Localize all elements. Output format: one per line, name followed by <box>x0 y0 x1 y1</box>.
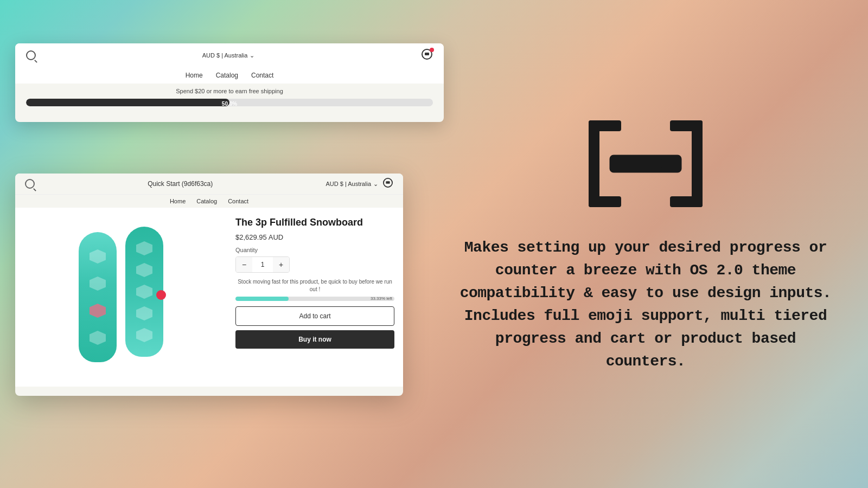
store-header-top: AUD $ | Australia ⌄ <box>15 43 444 67</box>
stock-progress-fill <box>235 297 289 301</box>
stock-progress-track: 33.33% left <box>235 297 394 301</box>
stock-notice: Stock moving fast for this product, be q… <box>235 278 394 293</box>
product-image-area <box>15 208 227 387</box>
nav-home-top[interactable]: Home <box>186 72 203 79</box>
progress-container-top: 50.0% <box>15 97 444 113</box>
main-screenshot: Quick Start (9d6f63ca) AUD $ | Australia… <box>15 174 403 396</box>
quantity-value: 1 <box>252 261 273 268</box>
hex-3 <box>90 331 106 345</box>
hex-1 <box>90 249 106 264</box>
quantity-label: Quantity <box>235 247 394 253</box>
progress-label-top: 50.0% <box>222 101 237 107</box>
stock-progress-label: 33.33% left <box>371 297 392 301</box>
svg-rect-3 <box>386 181 390 184</box>
hex-pink <box>90 304 106 318</box>
bracket-progress-icon <box>583 115 708 215</box>
svg-rect-7 <box>692 120 703 207</box>
hex-4 <box>136 241 152 255</box>
product-info: The 3p Fulfilled Snowboard $2,629.95 AUD… <box>227 208 403 387</box>
nav-catalog-top[interactable]: Catalog <box>216 72 238 79</box>
red-dot-badge <box>156 290 166 300</box>
progress-fill-top <box>26 99 229 106</box>
quantity-increase-button[interactable]: + <box>273 257 289 272</box>
top-screenshot: AUD $ | Australia ⌄ Home Catalog Contact… <box>15 43 444 122</box>
nav-contact-top[interactable]: Contact <box>251 72 273 79</box>
svg-rect-11 <box>613 158 662 169</box>
svg-rect-8 <box>670 120 703 131</box>
product-price: $2,629.95 AUD <box>235 233 394 241</box>
product-name: The 3p Fulfilled Snowboard <box>235 216 394 229</box>
nav-catalog-main[interactable]: Catalog <box>196 198 217 204</box>
hex-6 <box>136 285 152 299</box>
svg-rect-5 <box>589 120 621 131</box>
search-icon[interactable] <box>26 50 36 60</box>
snowboard-1 <box>79 232 117 362</box>
currency-selector-main[interactable]: AUD $ | Australia ⌄ <box>326 181 378 188</box>
buy-now-button[interactable]: Buy it now <box>235 330 394 349</box>
site-title: Quick Start (9d6f63ca) <box>148 180 213 188</box>
nav-top: Home Catalog Contact <box>15 67 444 84</box>
quantity-decrease-button[interactable]: − <box>236 257 252 272</box>
shipping-message: Spend $20 or more to earn free shipping <box>15 84 444 97</box>
nav-main: Home Catalog Contact <box>15 195 403 208</box>
currency-selector-top[interactable]: AUD $ | Australia ⌄ <box>202 52 255 59</box>
nav-home-main[interactable]: Home <box>170 198 186 204</box>
nav-contact-main[interactable]: Contact <box>228 198 248 204</box>
hex-8 <box>136 328 152 342</box>
tagline-text: Makes setting up your desired progress o… <box>456 236 835 373</box>
hex-2 <box>90 277 106 291</box>
product-area: The 3p Fulfilled Snowboard $2,629.95 AUD… <box>15 208 403 387</box>
svg-rect-9 <box>670 196 703 207</box>
hex-7 <box>136 306 152 320</box>
right-panel: Makes setting up your desired progress o… <box>423 0 868 488</box>
svg-rect-6 <box>589 196 621 207</box>
cart-icon-main[interactable] <box>382 178 393 190</box>
svg-rect-4 <box>589 120 599 207</box>
quantity-selector[interactable]: − 1 + <box>235 256 290 273</box>
hex-5 <box>136 263 152 277</box>
store-header-main: Quick Start (9d6f63ca) AUD $ | Australia… <box>15 174 403 195</box>
search-icon-main[interactable] <box>25 179 35 189</box>
add-to-cart-button[interactable]: Add to cart <box>235 306 394 326</box>
